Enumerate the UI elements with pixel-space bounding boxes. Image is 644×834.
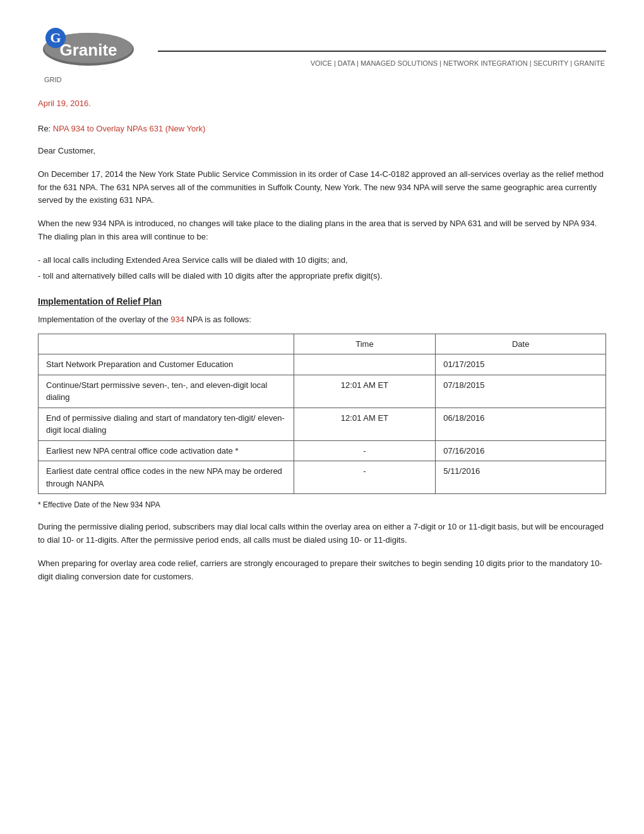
logo-area: Granite G GRID xyxy=(38,25,139,85)
npa-number: 934 xyxy=(170,315,184,324)
paragraph-1: On December 17, 2014 the New York State … xyxy=(38,168,606,207)
svg-text:Granite: Granite xyxy=(59,40,117,59)
grid-label: GRID xyxy=(44,75,139,85)
intro-after: NPA is as follows: xyxy=(184,315,251,324)
row-description: Start Network Preparation and Customer E… xyxy=(39,354,294,375)
paragraph-4: When preparing for overlay area code rel… xyxy=(38,557,606,584)
row-description: End of permissive dialing and start of m… xyxy=(39,408,294,440)
paragraph-3: During the permissive dialing period, su… xyxy=(38,521,606,547)
header: Granite G GRID VOICE | DATA | MANAGED SO… xyxy=(38,25,606,85)
nav-bar: VOICE | DATA | MANAGED SOLUTIONS | NETWO… xyxy=(158,51,606,69)
row-time: - xyxy=(294,461,436,494)
row-time: - xyxy=(294,440,436,461)
re-subject: NPA 934 to Overlay NPAs 631 (New York) xyxy=(53,124,206,133)
table-row: Earliest new NPA central office code act… xyxy=(39,440,606,461)
table-row: Continue/Start permissive seven-, ten-, … xyxy=(39,375,606,408)
salutation: Dear Customer, xyxy=(38,145,606,158)
paragraph-2: When the new 934 NPA is introduced, no c… xyxy=(38,217,606,244)
intro-before: Implementation of the overlay of the xyxy=(38,315,170,324)
col-header-date: Date xyxy=(436,334,606,354)
row-date: 5/11/2016 xyxy=(436,461,606,494)
row-date: 06/18/2016 xyxy=(436,408,606,440)
section-heading: Implementation of Relief Plan xyxy=(38,295,606,308)
row-time xyxy=(294,354,436,375)
re-label: Re: xyxy=(38,124,51,133)
granite-logo: Granite G xyxy=(38,25,139,70)
row-time: 12:01 AM ET xyxy=(294,375,436,408)
impl-intro: Implementation of the overlay of the 934… xyxy=(38,313,606,326)
row-description: Earliest date central office codes in th… xyxy=(39,461,294,494)
row-date: 07/18/2015 xyxy=(436,375,606,408)
row-date: 07/16/2016 xyxy=(436,440,606,461)
table-row: End of permissive dialing and start of m… xyxy=(39,408,606,440)
row-description: Continue/Start permissive seven-, ten-, … xyxy=(39,375,294,408)
table-row: Earliest date central office codes in th… xyxy=(39,461,606,494)
svg-text:G: G xyxy=(50,30,61,45)
col-header-time: Time xyxy=(294,334,436,354)
nav-text: VOICE | DATA | MANAGED SOLUTIONS | NETWO… xyxy=(311,59,605,67)
row-time: 12:01 AM ET xyxy=(294,408,436,440)
table-footnote: * Effective Date of the New 934 NPA xyxy=(38,499,606,511)
row-date: 01/17/2015 xyxy=(436,354,606,375)
bullet-1: - all local calls including Extended Are… xyxy=(38,254,606,267)
col-header-description xyxy=(39,334,294,354)
row-description: Earliest new NPA central office code act… xyxy=(39,440,294,461)
letter-date: April 19, 2016. xyxy=(38,97,606,110)
table-header-row: Time Date xyxy=(39,334,606,354)
page: Granite G GRID VOICE | DATA | MANAGED SO… xyxy=(0,0,644,834)
implementation-table: Time Date Start Network Preparation and … xyxy=(38,334,606,495)
bullet-2: - toll and alternatively billed calls wi… xyxy=(38,270,606,283)
table-row: Start Network Preparation and Customer E… xyxy=(39,354,606,375)
re-line: Re: NPA 934 to Overlay NPAs 631 (New Yor… xyxy=(38,123,606,135)
